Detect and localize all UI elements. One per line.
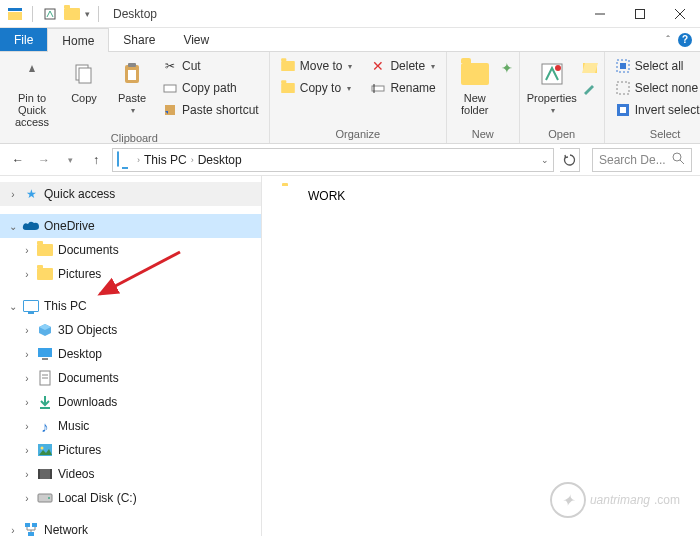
breadcrumb-root[interactable]: This PC: [144, 153, 187, 167]
help-icon[interactable]: ?: [678, 33, 692, 47]
chevron-right-icon[interactable]: ›: [20, 493, 34, 504]
back-button[interactable]: ←: [8, 150, 28, 170]
desktop-icon: [36, 345, 54, 363]
copy-path-icon: [162, 80, 178, 96]
sidebar-item-pictures[interactable]: › Pictures: [0, 438, 261, 462]
chevron-right-icon[interactable]: ›: [20, 245, 34, 256]
svg-rect-41: [28, 532, 34, 536]
select-all-button[interactable]: Select all: [611, 56, 700, 76]
recent-locations-button[interactable]: ▾: [60, 150, 80, 170]
ribbon-tabs: File Home Share View ˆ ?: [0, 28, 700, 52]
qat-folder-icon[interactable]: [63, 5, 81, 23]
svg-rect-10: [128, 63, 136, 67]
copy-to-icon: [280, 80, 296, 96]
folder-icon: [36, 241, 54, 259]
cut-button[interactable]: ✂Cut: [158, 56, 263, 76]
select-none-button[interactable]: Select none: [611, 78, 700, 98]
new-folder-button[interactable]: New folder: [453, 56, 497, 118]
pin-quick-access-button[interactable]: Pin to Quick access: [6, 56, 58, 130]
folder-icon: [36, 265, 54, 283]
properties-icon: [536, 58, 568, 90]
collapse-ribbon-icon[interactable]: ˆ: [666, 34, 670, 46]
select-none-icon: [615, 80, 631, 96]
navbar: ← → ▾ ↑ › This PC › Desktop ⌄ Search De.…: [0, 144, 700, 176]
svg-rect-26: [38, 348, 52, 357]
ribbon-group-label: Select: [611, 126, 700, 142]
edit-icon[interactable]: [582, 81, 598, 98]
sidebar-item-network[interactable]: › Network: [0, 518, 261, 536]
move-to-button[interactable]: Move to▾: [276, 56, 357, 76]
copy-icon: [68, 58, 100, 90]
chevron-down-icon[interactable]: ▾: [85, 9, 90, 19]
sidebar-item-music[interactable]: › ♪ Music: [0, 414, 261, 438]
sidebar-item-desktop[interactable]: › Desktop: [0, 342, 261, 366]
tab-home[interactable]: Home: [47, 28, 109, 52]
invert-selection-button[interactable]: Invert selection: [611, 100, 700, 120]
svg-rect-36: [50, 469, 52, 479]
copy-to-button[interactable]: Copy to▾: [276, 78, 357, 98]
sidebar-item-this-pc[interactable]: ⌄ This PC: [0, 294, 261, 318]
app-icon: [6, 5, 24, 23]
refresh-button[interactable]: [560, 148, 580, 172]
rename-button[interactable]: Rename: [366, 78, 439, 98]
chevron-right-icon[interactable]: ›: [20, 269, 34, 280]
nav-tree: › ★ Quick access ⌄ OneDrive › Documents …: [0, 176, 262, 536]
up-button[interactable]: ↑: [86, 150, 106, 170]
new-item-icon[interactable]: ✦: [501, 60, 513, 76]
open-icon[interactable]: [582, 60, 598, 77]
chevron-right-icon[interactable]: ›: [6, 189, 20, 200]
sidebar-item-videos[interactable]: › Videos: [0, 462, 261, 486]
svg-rect-21: [617, 82, 629, 94]
select-all-icon: [615, 58, 631, 74]
sidebar-item-onedrive[interactable]: ⌄ OneDrive: [0, 214, 261, 238]
downloads-icon: [36, 393, 54, 411]
svg-line-25: [680, 160, 684, 164]
chevron-down-icon: ▾: [131, 106, 135, 115]
qat-properties-icon[interactable]: [41, 5, 59, 23]
chevron-right-icon[interactable]: ›: [135, 155, 142, 165]
maximize-button[interactable]: [620, 0, 660, 28]
forward-button[interactable]: →: [34, 150, 54, 170]
chevron-right-icon[interactable]: ›: [20, 325, 34, 336]
address-bar[interactable]: › This PC › Desktop ⌄: [112, 148, 554, 172]
chevron-down-icon[interactable]: ⌄: [6, 221, 20, 232]
search-input[interactable]: Search De...: [592, 148, 692, 172]
tab-view[interactable]: View: [169, 28, 223, 51]
minimize-button[interactable]: [580, 0, 620, 28]
sidebar-item-quick-access[interactable]: › ★ Quick access: [0, 182, 261, 206]
svg-rect-0: [8, 8, 22, 11]
breadcrumb-leaf[interactable]: Desktop: [198, 153, 242, 167]
properties-button[interactable]: Properties ▾: [526, 56, 578, 117]
pc-icon: [22, 297, 40, 315]
paste-button[interactable]: Paste ▾: [110, 56, 154, 117]
sidebar-item-local-disk[interactable]: › Local Disk (C:): [0, 486, 261, 510]
sidebar-item-downloads[interactable]: › Downloads: [0, 390, 261, 414]
copy-button[interactable]: Copy: [62, 56, 106, 106]
chevron-right-icon[interactable]: ›: [189, 155, 196, 165]
svg-rect-27: [42, 358, 48, 360]
svg-point-17: [555, 65, 561, 71]
chevron-down-icon[interactable]: ⌄: [6, 301, 20, 312]
copy-path-button[interactable]: Copy path: [158, 78, 263, 98]
chevron-right-icon[interactable]: ›: [20, 349, 34, 360]
sidebar-item-documents[interactable]: › Documents: [0, 366, 261, 390]
svg-rect-4: [636, 9, 645, 18]
sidebar-item-3d-objects[interactable]: › 3D Objects: [0, 318, 261, 342]
close-button[interactable]: [660, 0, 700, 28]
chevron-down-icon[interactable]: ⌄: [541, 155, 549, 165]
tab-file[interactable]: File: [0, 28, 47, 51]
tab-share[interactable]: Share: [109, 28, 169, 51]
chevron-right-icon[interactable]: ›: [20, 373, 34, 384]
sidebar-item-onedrive-pictures[interactable]: › Pictures: [0, 262, 261, 286]
chevron-right-icon[interactable]: ›: [20, 469, 34, 480]
svg-rect-40: [32, 523, 37, 527]
svg-rect-13: [165, 105, 175, 115]
sidebar-item-onedrive-documents[interactable]: › Documents: [0, 238, 261, 262]
list-item[interactable]: WORK: [282, 186, 680, 206]
paste-shortcut-button[interactable]: Paste shortcut: [158, 100, 263, 120]
delete-button[interactable]: ✕Delete▾: [366, 56, 439, 76]
chevron-right-icon[interactable]: ›: [20, 445, 34, 456]
chevron-right-icon[interactable]: ›: [20, 421, 34, 432]
chevron-right-icon[interactable]: ›: [20, 397, 34, 408]
chevron-right-icon[interactable]: ›: [6, 525, 20, 536]
